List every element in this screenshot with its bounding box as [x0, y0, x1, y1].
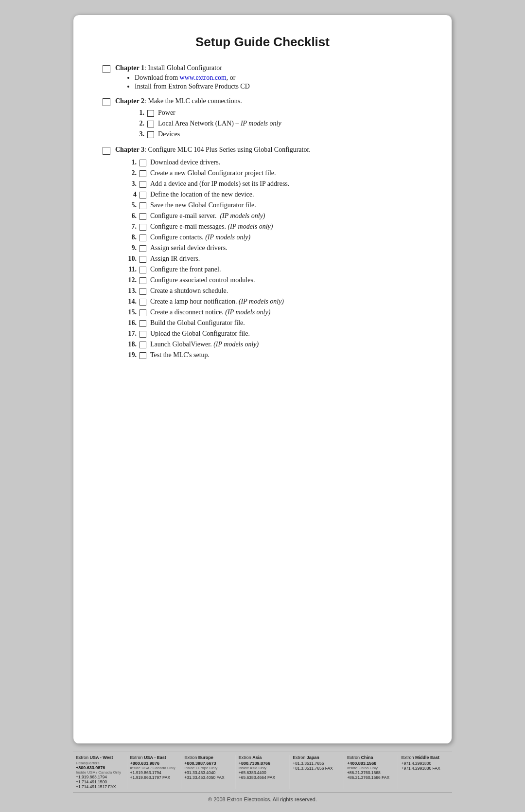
- ch3-checkbox-19[interactable]: [140, 352, 146, 359]
- ch3-checkbox-16[interactable]: [140, 320, 146, 327]
- ch3-checkbox-5[interactable]: [140, 202, 146, 209]
- usa-west-phone3: +1.714.491.1500: [76, 779, 124, 784]
- ch2-checkbox-3[interactable]: [147, 131, 154, 138]
- chapter-2-checkbox[interactable]: [103, 98, 110, 106]
- chapter-3-item: Chapter 3: Configure MLC 104 Plus Series…: [103, 146, 422, 155]
- ch3-num-6: 6.: [122, 212, 137, 220]
- footer-japan: Extron Japan +81.3.3511.7655 +81.3.3511.…: [290, 755, 344, 789]
- ch3-checkbox-4[interactable]: [140, 192, 146, 198]
- asia-note: Inside Asia Only: [239, 766, 287, 770]
- europe-phone2: +31.33.453.4040: [184, 770, 232, 775]
- ch3-checkbox-12[interactable]: [140, 277, 146, 284]
- chapter-1-desc: : Install Global Configurator: [144, 64, 222, 72]
- ch3-text-19: Test the MLC's setup.: [150, 351, 422, 359]
- ch3-item-19: 19. Test the MLC's setup.: [122, 351, 422, 359]
- ch2-text-3: Devices: [158, 130, 422, 138]
- region-usa-east-label: Extron USA - East: [130, 755, 178, 760]
- ch3-checkbox-6[interactable]: [140, 213, 146, 220]
- ch3-item-11: 11. Configure the front panel.: [122, 266, 422, 273]
- china-note: Inside China Only: [347, 766, 395, 770]
- ch3-item-2: 2. Create a new Global Configurator proj…: [122, 169, 422, 177]
- ch3-num-12: 12.: [122, 276, 137, 284]
- ch3-checkbox-14[interactable]: [140, 299, 146, 306]
- ch3-text-8: Configure contacts. (IP models only): [150, 234, 422, 241]
- ch3-item-13: 13. Create a shutdown schedule.: [122, 287, 422, 295]
- ch3-num-14: 14.: [122, 298, 137, 306]
- ch3-checkbox-11[interactable]: [140, 267, 146, 273]
- ch3-checkbox-10[interactable]: [140, 256, 146, 263]
- ch2-item-1: 1. Power: [130, 109, 422, 117]
- ch3-num-8: 8.: [122, 234, 137, 241]
- europe-note: Inside Europe Only: [184, 766, 232, 770]
- ch3-item-12: 12. Configure associated control modules…: [122, 276, 422, 284]
- footer-asia: Extron Asia +800.7339.8766 Inside Asia O…: [236, 755, 290, 789]
- ch3-checkbox-15[interactable]: [140, 309, 146, 316]
- ch3-item-10: 10. Assign IR drivers.: [122, 255, 422, 263]
- me-phone1: +971.4.2991800: [401, 761, 449, 766]
- ch3-text-16: Build the Global Configurator file.: [150, 319, 422, 327]
- ch3-text-13: Create a shutdown schedule.: [150, 287, 422, 295]
- usa-west-sub: Headquarters: [76, 761, 124, 765]
- ch3-checkbox-17[interactable]: [140, 331, 146, 338]
- ch3-item-16: 16. Build the Global Configurator file.: [122, 319, 422, 327]
- ch3-item-14: 14. Create a lamp hour notification. (IP…: [122, 298, 422, 306]
- europe-phone1: +800.3987.6673: [184, 761, 232, 766]
- ch3-num-2: 2.: [122, 169, 137, 177]
- usa-west-note: Inside USA / Canada Only: [76, 770, 124, 775]
- ch2-item-2: 2. Local Area Network (LAN) – IP models …: [130, 120, 422, 127]
- ch3-item-9: 9. Assign serial device drivers.: [122, 244, 422, 252]
- ch3-num-13: 13.: [122, 287, 137, 295]
- ch3-item-3: 3. Add a device and (for IP models) set …: [122, 180, 422, 188]
- chapter-3-checkbox[interactable]: [103, 147, 110, 155]
- extron-link[interactable]: www.extron.com: [180, 74, 227, 81]
- footer-middle-east: Extron Middle East +971.4.2991800 +971.4…: [398, 755, 452, 789]
- footer-usa-west: Extron USA - West Headquarters +800.633.…: [73, 755, 127, 789]
- chapter-3-desc: : Configure MLC 104 Plus Series using Gl…: [144, 146, 311, 153]
- ch3-checkbox-1[interactable]: [140, 160, 146, 166]
- chapter-1-checkbox[interactable]: [103, 65, 110, 73]
- ch3-checkbox-2[interactable]: [140, 170, 146, 177]
- ch2-checkbox-2[interactable]: [147, 121, 154, 127]
- footer-bar: Extron USA - West Headquarters +800.633.…: [73, 752, 452, 802]
- usa-west-fax: +1.714.491.1517 FAX: [76, 784, 124, 789]
- ch3-text-3: Add a device and (for IP models) set its…: [150, 180, 422, 188]
- ch3-text-12: Configure associated control modules.: [150, 276, 422, 284]
- ch3-item-4: 4 Define the location of the new device.: [122, 191, 422, 198]
- chapter-1-item: Chapter 1: Install Global Configurator D…: [103, 64, 422, 93]
- ch3-item-7: 7. Configure e-mail messages. (IP models…: [122, 223, 422, 231]
- ch3-num-7: 7.: [122, 223, 137, 231]
- ch3-item-1: 1. Download device drivers.: [122, 159, 422, 166]
- footer-europe: Extron Europe +800.3987.6673 Inside Euro…: [181, 755, 236, 789]
- asia-phone2: +65.6383.4400: [239, 770, 287, 775]
- japan-phone1: +81.3.3511.7655: [293, 761, 341, 766]
- ch3-item-15: 15. Create a disconnect notice. (IP mode…: [122, 308, 422, 316]
- footer-usa-east: Extron USA - East +800.633.9876 Inside U…: [127, 755, 182, 789]
- ch3-checkbox-7[interactable]: [140, 224, 146, 231]
- ch3-num-4: 4: [122, 191, 137, 198]
- ch2-num-1: 1.: [130, 109, 144, 117]
- ch3-checkbox-18[interactable]: [140, 342, 146, 348]
- ch3-num-18: 18.: [122, 341, 137, 348]
- ch3-text-1: Download device drivers.: [150, 159, 422, 166]
- footer-china: Extron China +400.883.1568 Inside China …: [344, 755, 399, 789]
- ch2-text-1: Power: [158, 109, 422, 117]
- japan-fax: +81.3.3511.7656 FAX: [293, 766, 341, 771]
- ch3-num-17: 17.: [122, 330, 137, 338]
- chapter-1-text: Chapter 1: Install Global Configurator D…: [115, 64, 422, 93]
- ch3-num-1: 1.: [122, 159, 137, 166]
- china-phone1: +400.883.1568: [347, 761, 395, 766]
- ch3-checkbox-8[interactable]: [140, 235, 146, 241]
- ch3-checkbox-9[interactable]: [140, 245, 146, 252]
- bullet-download: Download from www.extron.com, or: [135, 74, 422, 82]
- ch2-num-3: 3.: [130, 130, 144, 138]
- region-europe-label: Extron Europe: [184, 755, 232, 760]
- ch3-checkbox-3[interactable]: [140, 181, 146, 188]
- region-china-label: Extron China: [347, 755, 395, 760]
- chapter-1-label: Chapter 1: [115, 64, 144, 72]
- chapter-3-label: Chapter 3: [115, 146, 144, 153]
- ch3-checkbox-13[interactable]: [140, 288, 146, 295]
- ch3-num-9: 9.: [122, 244, 137, 252]
- ch2-checkbox-1[interactable]: [147, 110, 154, 117]
- ch3-num-10: 10.: [122, 255, 137, 263]
- footer-copyright: © 2008 Extron Electronics. All rights re…: [73, 796, 452, 802]
